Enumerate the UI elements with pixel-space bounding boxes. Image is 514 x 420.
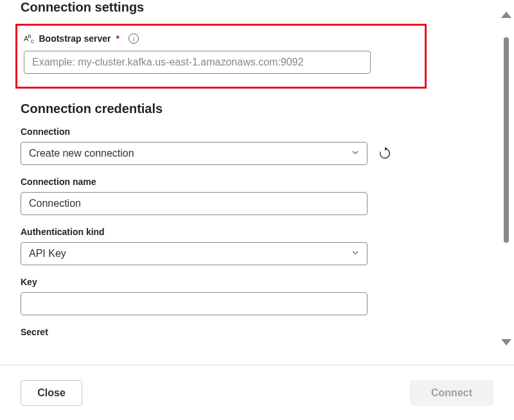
scrollbar[interactable]	[500, 12, 513, 346]
text-type-icon: ABC	[24, 33, 33, 44]
scroll-thumb[interactable]	[504, 37, 509, 243]
key-label: Key	[21, 277, 504, 287]
bootstrap-server-input[interactable]	[24, 51, 371, 74]
refresh-icon[interactable]	[378, 146, 392, 161]
key-field: Key	[21, 277, 504, 315]
auth-kind-field: Authentication kind API Key	[21, 227, 504, 265]
connection-name-label: Connection name	[21, 177, 504, 187]
auth-kind-select[interactable]: API Key	[21, 242, 368, 265]
scroll-up-arrow-icon[interactable]	[501, 12, 511, 18]
bootstrap-label: Bootstrap server *	[39, 33, 120, 44]
scroll-down-arrow-icon[interactable]	[501, 339, 511, 346]
close-button[interactable]: Close	[21, 380, 82, 406]
info-icon[interactable]: i	[128, 33, 139, 44]
connect-button[interactable]: Connect	[410, 380, 493, 406]
connection-name-field: Connection name	[21, 177, 504, 215]
secret-field: Secret	[21, 327, 504, 337]
form-content: Connection settings ABC Bootstrap server…	[0, 0, 514, 358]
key-input[interactable]	[21, 292, 368, 315]
connection-field: Connection Create new connection	[21, 127, 504, 165]
connection-label: Connection	[21, 127, 504, 137]
required-asterisk: *	[116, 33, 120, 44]
connection-credentials-heading: Connection credentials	[21, 101, 504, 116]
auth-kind-label: Authentication kind	[21, 227, 504, 237]
bootstrap-label-row: ABC Bootstrap server * i	[24, 33, 418, 44]
secret-label: Secret	[21, 327, 504, 337]
bootstrap-label-text: Bootstrap server	[39, 33, 111, 44]
connection-name-input[interactable]	[21, 192, 368, 215]
connection-settings-heading: Connection settings	[21, 0, 504, 15]
connection-select[interactable]: Create new connection	[21, 142, 368, 165]
footer: Close Connect	[0, 365, 514, 420]
bootstrap-highlight-box: ABC Bootstrap server * i	[15, 24, 427, 89]
